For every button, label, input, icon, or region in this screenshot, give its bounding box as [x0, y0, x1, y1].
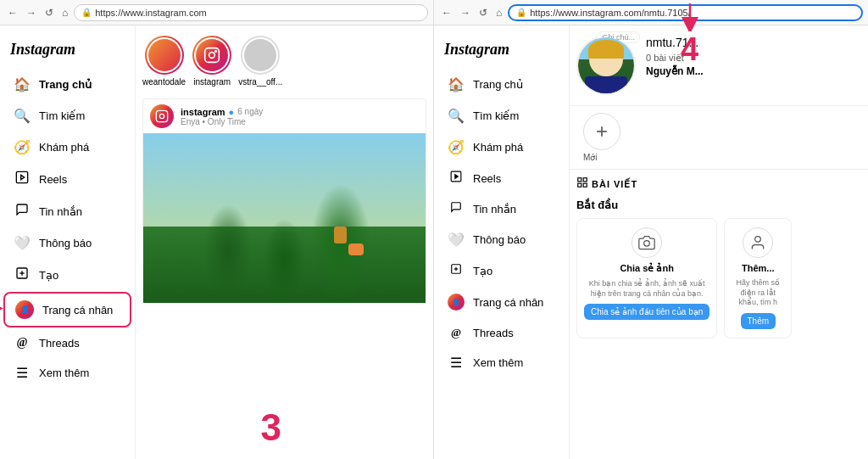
story-avatar-weantodale [148, 39, 181, 71]
sidebar-item-trangchu[interactable]: 🏠 Trang chủ [3, 70, 131, 99]
card1-btn[interactable]: Chia sẻ ảnh đầu tiên của bạn [584, 304, 709, 320]
left-main-content: weantodale instagram [136, 25, 433, 459]
sidebar-item-reels[interactable]: Reels [3, 164, 131, 194]
story-label-vstra: vstra__off... [238, 77, 282, 87]
right-threads-icon: @ [448, 326, 465, 339]
step4-number: 4 [681, 33, 698, 65]
anime-uniform [585, 76, 627, 95]
card2-btn[interactable]: Thêm [741, 313, 776, 329]
right-reels-icon [448, 171, 465, 186]
right-sidebar-timkiem[interactable]: 🔍 Tìm kiếm [437, 101, 565, 131]
story-label-weantodale: weantodale [142, 77, 186, 87]
right-sidebar-label-xemthem: Xem thêm [473, 356, 523, 369]
sidebar-item-tinnhan[interactable]: Tin nhắn [3, 196, 131, 227]
sidebar-item-thongbao[interactable]: 🤍 Thông báo [3, 228, 131, 258]
sidebar-item-khamppha[interactable]: 🧭 Khám phá [3, 132, 131, 162]
left-lock-icon: 🔒 [81, 8, 92, 17]
right-heart-icon: 🤍 [448, 232, 465, 248]
story-item-vstra[interactable]: vstra__off... [238, 36, 282, 87]
story-item-weantodale[interactable]: weantodale [142, 36, 186, 87]
home-icon: 🏠 [14, 76, 31, 92]
svg-rect-9 [156, 110, 167, 121]
card2-title: Thêm... [742, 263, 775, 273]
post-user-info: instagram ● 6 ngày Enya • Only Time [181, 107, 263, 126]
sidebar-label-thongbao: Thông báo [39, 237, 92, 249]
story-circle-weantodale [145, 36, 184, 75]
post-deer [334, 227, 347, 243]
right-compass-icon: 🧭 [448, 139, 465, 155]
right-sidebar-tao[interactable]: Tạo [437, 256, 565, 285]
right-sidebar-reels[interactable]: Reels [437, 164, 565, 193]
messenger-icon [14, 203, 31, 220]
story-circle-instagram [192, 36, 231, 75]
sidebar-label-tinnhan: Tin nhắn [39, 205, 82, 218]
story-item-instagram[interactable]: instagram [192, 36, 231, 87]
svg-point-10 [159, 114, 164, 118]
sidebar-item-profile[interactable]: 👤 Trang cá nhân [3, 292, 131, 327]
post-image-background [143, 133, 426, 303]
sidebar-label-xemthem: Xem thêm [39, 367, 89, 379]
get-started-title: Bắt đầu [576, 199, 861, 211]
right-sidebar-label-reels: Reels [473, 172, 501, 185]
right-back-btn[interactable]: ← [439, 7, 454, 19]
sidebar-item-tao[interactable]: Tạo [3, 260, 131, 290]
sidebar-item-xemthem[interactable]: ☰ Xem thêm [3, 358, 131, 388]
person-icon [743, 227, 773, 258]
svg-rect-19 [578, 178, 581, 182]
left-reload-btn[interactable]: ↺ [42, 7, 56, 19]
new-story-button[interactable] [583, 113, 620, 150]
right-forward-btn[interactable]: → [458, 7, 473, 19]
right-sidebar-label-trangchu: Trang chủ [473, 78, 523, 91]
sidebar-item-timkiem[interactable]: 🔍 Tìm kiếm [3, 101, 131, 131]
left-back-btn[interactable]: ← [5, 7, 20, 19]
left-forward-btn[interactable]: → [24, 7, 39, 19]
step-3-label: 3 [260, 406, 281, 449]
sidebar-item-threads[interactable]: @ Threads [3, 329, 131, 356]
card1-desc: Khi bạn chia sẻ ảnh, ảnh sẽ xuất hiện tr… [584, 279, 709, 299]
card-share-photo: Chia sẻ ảnh Khi bạn chia sẻ ảnh, ảnh sẽ … [576, 218, 717, 339]
story-avatar-instagram [196, 39, 228, 71]
post-subtext: Enya • Only Time [181, 117, 263, 126]
svg-rect-20 [583, 178, 587, 182]
right-sidebar-profile[interactable]: 👤 Trang cá nhân [437, 287, 565, 317]
right-home-btn[interactable]: ⌂ [493, 7, 504, 19]
svg-rect-21 [578, 183, 581, 187]
right-sidebar-thongbao[interactable]: 🤍 Thông báo [437, 225, 565, 255]
step4-arrow-container: 4 [673, 2, 707, 65]
right-sidebar-label-thongbao: Thông báo [473, 233, 526, 246]
verified-badge: ● [229, 107, 235, 117]
left-ig-content: Instagram 🏠 Trang chủ 🔍 Tìm kiếm 🧭 K [0, 25, 433, 459]
cards-row: Chia sẻ ảnh Khi bạn chia sẻ ảnh, ảnh sẽ … [576, 218, 861, 339]
left-sidebar: Instagram 🏠 Trang chủ 🔍 Tìm kiếm 🧭 K [0, 25, 136, 459]
right-reload-btn[interactable]: ↺ [476, 7, 490, 19]
left-address-bar-container: ← → ↺ ⌂ 🔒 https://www.instagram.com [0, 0, 433, 25]
card2-desc: Hãy thêm số điện ra lắt khẩu, tìm h [732, 278, 784, 308]
story-avatar-vstra [244, 39, 276, 71]
svg-point-24 [755, 237, 761, 243]
post-avatar [150, 104, 174, 128]
svg-marker-1 [21, 175, 25, 179]
right-sidebar-tinnhan[interactable]: Tin nhắn [437, 194, 565, 223]
right-sidebar-threads[interactable]: @ Threads [437, 319, 565, 346]
sidebar-label-reels: Reels [39, 173, 67, 186]
right-sidebar-label-threads: Threads [473, 327, 514, 339]
left-home-btn[interactable]: ⌂ [59, 7, 70, 19]
right-ig-logo: Instagram [434, 34, 569, 69]
left-address-bar[interactable]: 🔒 https://www.instagram.com [74, 4, 428, 21]
step4-arrow-svg [673, 2, 707, 31]
post-card: instagram ● 6 ngày Enya • Only Time [142, 98, 426, 304]
right-ig-content: Instagram 🏠 Trang chủ 🔍 Tìm kiếm 🧭 Khám … [434, 25, 868, 459]
right-sidebar-trangchu[interactable]: 🏠 Trang chủ [437, 70, 565, 99]
right-sidebar-khampha[interactable]: 🧭 Khám phá [437, 132, 565, 162]
sidebar-label-threads: Threads [39, 337, 80, 350]
camera-icon [632, 227, 662, 258]
right-url-text: https://www.instagram.com/nmtu.7105/ [530, 8, 691, 18]
right-sidebar: Instagram 🏠 Trang chủ 🔍 Tìm kiếm 🧭 Khám … [434, 25, 570, 459]
search-icon: 🔍 [14, 108, 31, 124]
threads-icon: @ [14, 336, 31, 350]
right-home-icon: 🏠 [448, 76, 465, 92]
post-image [143, 133, 426, 303]
right-address-bar-container: ← → ↺ ⌂ 🔒 https://www.instagram.com/nmtu… [434, 0, 868, 25]
right-sidebar-xemthem[interactable]: ☰ Xem thêm [437, 348, 565, 378]
posts-header: BÀI VIẾT [570, 169, 868, 199]
